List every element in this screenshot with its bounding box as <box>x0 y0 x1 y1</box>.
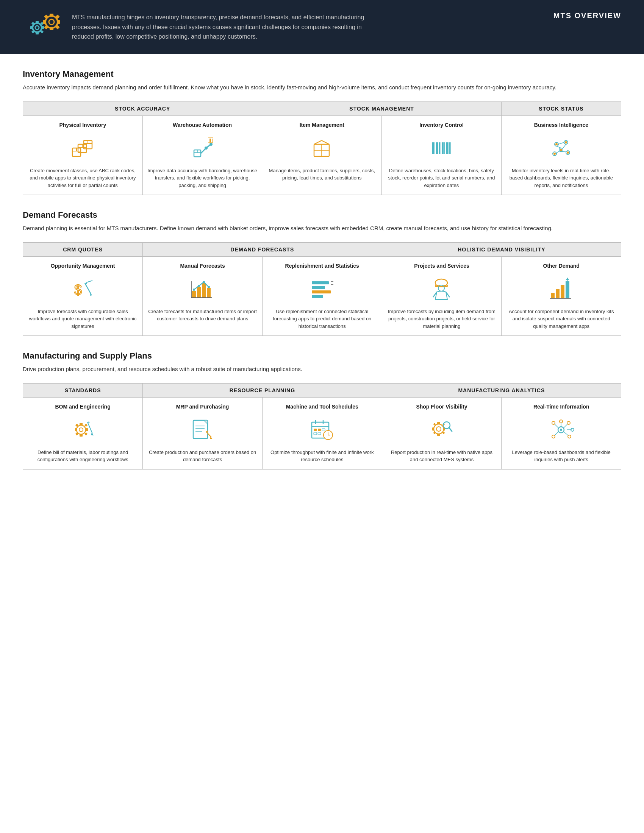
manufacturing-cards: STANDARDS BOM and Engineering <box>23 383 621 470</box>
svg-point-1 <box>35 26 39 29</box>
svg-rect-112 <box>84 424 87 427</box>
manufacturing-desc: Drive production plans, procurement, and… <box>23 365 621 374</box>
svg-point-70 <box>554 153 556 155</box>
svg-rect-5 <box>42 26 44 29</box>
page-header: MTS manufacturing hinges on inventory tr… <box>0 0 644 54</box>
svg-rect-12 <box>50 14 53 17</box>
svg-rect-80 <box>207 288 211 298</box>
business-intelligence-desc: Monitor inventory levels in real-time wi… <box>506 167 617 189</box>
svg-point-69 <box>560 149 562 151</box>
svg-point-0 <box>32 23 42 32</box>
opportunity-management-desc: Improve forecasts with configurable sale… <box>27 308 138 330</box>
projects-services-title: Projects and Services <box>414 262 469 270</box>
svg-line-64 <box>563 144 566 148</box>
svg-rect-2 <box>35 21 39 23</box>
worker-icon <box>428 276 455 302</box>
inventory-section: Inventory Management Accurate inventory … <box>23 69 621 195</box>
realtime-info-title: Real-Time Information <box>533 403 589 411</box>
realtime-info-item: Real-Time Information <box>502 397 621 469</box>
svg-line-115 <box>87 422 92 434</box>
stock-accuracy-group: STOCK ACCURACY Physical Inventory <box>23 102 262 195</box>
physical-inventory-item: Physical Inventory <box>23 116 143 195</box>
svg-line-148 <box>449 428 452 431</box>
item-management-desc: Manage items, product families, supplier… <box>267 167 377 182</box>
svg-point-95 <box>438 285 444 291</box>
replenishment-statistics-desc: Use replenishment or connected statistic… <box>267 308 377 330</box>
svg-rect-100 <box>561 285 564 298</box>
svg-point-71 <box>567 151 569 154</box>
bom-engineering-item: BOM and Engineering <box>23 397 142 469</box>
svg-line-66 <box>557 151 559 153</box>
svg-rect-51 <box>441 142 441 154</box>
inventory-desc: Accurate inventory impacts demand planni… <box>23 83 621 92</box>
physical-inventory-desc: Create movement classes, use ABC rank co… <box>27 167 138 189</box>
svg-rect-99 <box>556 289 560 298</box>
robot-arm-icon <box>189 135 216 161</box>
holistic-demand-group: HOLISTIC DEMAND VISIBILITY Projects and … <box>382 243 621 336</box>
svg-point-106 <box>79 428 83 432</box>
svg-rect-108 <box>80 434 82 437</box>
brain-icon <box>548 135 574 161</box>
inventory-cards: STOCK ACCURACY Physical Inventory <box>23 101 621 195</box>
gear-shop-icon <box>428 416 455 443</box>
physical-inventory-title: Physical Inventory <box>59 122 106 129</box>
projects-services-desc: Improve forecasts by including item dema… <box>387 308 497 330</box>
stock-status-header: STOCK STATUS <box>502 102 621 116</box>
touch-dash-icon <box>548 416 575 443</box>
warehouse-automation-item: Warehouse Automation <box>143 116 262 195</box>
box-icon <box>309 135 335 161</box>
svg-rect-140 <box>437 434 440 436</box>
crm-quotes-group: CRM QUOTES Opportunity Management $ <box>23 243 143 336</box>
holistic-demand-header: HOLISTIC DEMAND VISIBILITY <box>382 243 621 257</box>
svg-point-105 <box>77 425 85 434</box>
manual-forecasts-desc: Create forecasts for manufactured items … <box>147 308 258 323</box>
svg-line-122 <box>206 432 211 437</box>
machine-tool-item: Machine and Tool Schedules <box>262 397 382 469</box>
manual-forecasts-item: Manual Forecasts <box>143 257 262 336</box>
inventory-control-desc: Define warehouses, stock locations, bins… <box>386 167 497 189</box>
svg-rect-132 <box>314 433 317 435</box>
svg-line-63 <box>557 146 561 148</box>
svg-rect-141 <box>432 428 434 431</box>
replenishment-statistics-item: Replenishment and Statistics <box>262 257 382 336</box>
svg-point-68 <box>565 141 567 143</box>
header-icon <box>23 11 61 43</box>
svg-point-35 <box>209 143 213 146</box>
shop-floor-item: Shop Floor Visibility <box>382 397 502 469</box>
projects-services-item: Projects and Services <box>382 257 502 336</box>
realtime-info-desc: Leverage role-based dashboards and flexi… <box>506 449 617 463</box>
opportunity-management-item: Opportunity Management $ <box>23 257 142 336</box>
page-title: MTS OVERVIEW <box>554 11 621 20</box>
stock-status-group: STOCK STATUS Business Intelligence <box>502 102 621 195</box>
manufacturing-analytics-header: MANUFACTURING ANALYTICS <box>382 384 621 397</box>
other-demand-item: Other Demand <box>502 257 621 336</box>
svg-rect-129 <box>314 429 317 431</box>
svg-rect-88 <box>312 286 325 289</box>
stock-accuracy-header: STOCK ACCURACY <box>23 102 262 116</box>
standards-group: STANDARDS BOM and Engineering <box>23 384 143 469</box>
stock-management-header: STOCK MANAGEMENT <box>262 102 501 116</box>
standards-header: STANDARDS <box>23 384 142 397</box>
business-intelligence-item: Business Intelligence <box>502 116 621 195</box>
svg-rect-110 <box>85 428 88 431</box>
demand-forecasts-header: DEMAND FORECASTS <box>143 243 382 257</box>
main-content: Inventory Management Accurate inventory … <box>0 54 644 500</box>
manual-forecasts-title: Manual Forecasts <box>180 262 225 270</box>
svg-rect-52 <box>442 142 444 154</box>
svg-rect-15 <box>57 20 60 24</box>
calendar-tool-icon <box>309 416 335 443</box>
svg-line-155 <box>564 432 568 436</box>
svg-rect-53 <box>444 142 445 154</box>
svg-point-82 <box>198 285 200 287</box>
svg-rect-131 <box>322 429 325 431</box>
item-management-title: Item Management <box>299 122 345 129</box>
svg-point-11 <box>49 19 54 25</box>
manufacturing-section: Manufacturing and Supply Plans Drive pro… <box>23 351 621 470</box>
svg-point-158 <box>552 435 555 438</box>
svg-text:$: $ <box>74 282 82 298</box>
svg-line-73 <box>85 283 91 294</box>
mrp-purchasing-item: MRP and Purchasing <box>143 397 262 469</box>
svg-rect-50 <box>439 142 440 154</box>
inventory-control-title: Inventory Control <box>419 122 464 129</box>
demand-desc: Demand planning is essential for MTS man… <box>23 224 621 233</box>
